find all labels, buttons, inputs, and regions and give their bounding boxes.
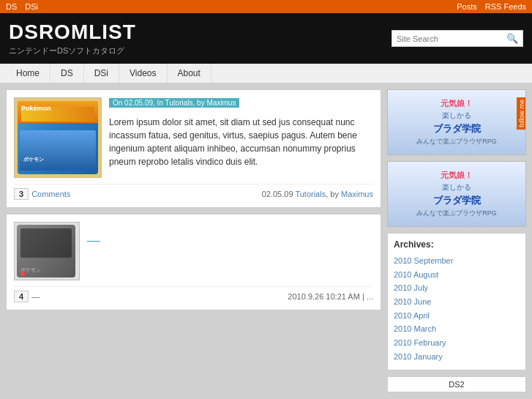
footer-date-1: 02.05.09 bbox=[262, 190, 293, 198]
archive-item-5[interactable]: 2010 March bbox=[394, 322, 520, 336]
post-footer-right-1: 02.05.09 Tutorials, by Maximus bbox=[262, 190, 373, 198]
archive-item-2[interactable]: 2010 July bbox=[394, 281, 520, 295]
archive-item-7[interactable]: 2010 January bbox=[394, 350, 520, 364]
sidebar-banner-2[interactable]: 元気娘！ 楽しかる ブラダ学院 みんなで楽ぶブラウザRPG bbox=[387, 161, 526, 227]
archive-item-3[interactable]: 2010 June bbox=[394, 295, 520, 309]
site-logo[interactable]: DSROMLIST bbox=[9, 20, 136, 44]
archive-item-4[interactable]: 2010 April bbox=[394, 309, 520, 323]
top-bar-left: DS DSi bbox=[6, 2, 38, 11]
banner-inner-1: 元気娘！ 楽しかる ブラダ学院 みんなで楽ぶブラウザRPG bbox=[388, 90, 525, 154]
post-footer-right-2: 2010.9.26 10:21 AM | ... bbox=[288, 292, 373, 301]
footer-dots-2: ... bbox=[367, 292, 373, 301]
post-footer-1: 3 Comments 02.05.09 Tutorials, by Maximu… bbox=[14, 184, 373, 200]
post-card-1: ポケモン On 02.05.09, In Tutorials, by Maxim… bbox=[6, 89, 381, 208]
banner2-line2: 楽しかる bbox=[442, 182, 471, 193]
post-content-1: On 02.05.09, In Tutorials, by Maximus Lo… bbox=[109, 97, 373, 178]
sidebar: 元気娘！ 楽しかる ブラダ学院 みんなで楽ぶブラウザRPG follow me … bbox=[387, 89, 526, 392]
search-icon[interactable]: 🔍 bbox=[506, 33, 518, 44]
ds2-label: DS2 bbox=[387, 376, 526, 392]
count-badge-2: 4 bbox=[14, 291, 29, 302]
posts-link[interactable]: Posts bbox=[457, 2, 477, 11]
header: DSROMLIST ニンテンドーDSソフトカタログ 🔍 bbox=[0, 13, 532, 64]
post-meta-tag-1: On 02.05.09, In Tutorials, by Maximus bbox=[109, 97, 373, 111]
nav-about[interactable]: About bbox=[168, 64, 211, 83]
follow-tab[interactable]: follow me bbox=[517, 97, 526, 130]
logo-subtitle: ニンテンドーDSソフトカタログ bbox=[9, 45, 136, 56]
footer-time-2: 10:21 AM bbox=[326, 292, 359, 301]
nav-home[interactable]: Home bbox=[6, 64, 50, 83]
footer-date-2: 2010.9.26 bbox=[288, 292, 323, 301]
footer-section-1[interactable]: Tutorials bbox=[295, 190, 326, 198]
banner2-line3: ブラダ学院 bbox=[433, 194, 481, 207]
nav-videos[interactable]: Videos bbox=[119, 64, 167, 83]
content-area: ポケモン On 02.05.09, In Tutorials, by Maxim… bbox=[6, 89, 381, 392]
main-layout: ポケモン On 02.05.09, In Tutorials, by Maxim… bbox=[0, 83, 532, 398]
post-text-1: Lorem ipsum dolor sit amet, sit diam ut … bbox=[109, 116, 373, 168]
post-image-2: ポケモン bbox=[14, 222, 80, 280]
logo-area: DSROMLIST ニンテンドーDSソフトカタログ bbox=[9, 20, 136, 56]
archive-item-1[interactable]: 2010 August bbox=[394, 268, 520, 282]
nav-dsi[interactable]: DSi bbox=[84, 64, 119, 83]
banner1-line2: 楽しかる bbox=[442, 111, 471, 121]
post-image-1: ポケモン bbox=[14, 97, 102, 178]
comment-count-2: 4 — bbox=[14, 291, 40, 302]
game-box-2: ポケモン bbox=[17, 225, 75, 277]
banner1-line4: みんなで楽ぶブラウザRPG bbox=[416, 137, 497, 146]
archives-section: Archives: 2010 September 2010 August 201… bbox=[387, 233, 526, 370]
footer-sep-2: | bbox=[362, 292, 364, 301]
banner1-line1: 元気娘！ bbox=[441, 98, 473, 109]
game-box-pokemon: ポケモン bbox=[18, 101, 98, 174]
top-bar: DS DSi Posts RSS Feeds bbox=[0, 0, 532, 13]
banner1-line3: ブラダ学院 bbox=[433, 122, 481, 135]
footer-author-1[interactable]: Maximus bbox=[341, 190, 373, 198]
archives-title: Archives: bbox=[394, 239, 520, 250]
post-content-2: — bbox=[87, 222, 373, 248]
archive-item-0[interactable]: 2010 September bbox=[394, 254, 520, 268]
count-badge-1: 3 bbox=[14, 188, 29, 200]
post-footer-2: 4 — 2010.9.26 10:21 AM | ... bbox=[14, 286, 373, 302]
sidebar-banner-1[interactable]: 元気娘！ 楽しかる ブラダ学院 みんなで楽ぶブラウザRPG follow me bbox=[387, 89, 526, 155]
banner2-line1: 元気娘！ bbox=[441, 170, 473, 181]
nav-bar: Home DS DSi Videos About bbox=[0, 64, 532, 83]
post-inner-1: ポケモン On 02.05.09, In Tutorials, by Maxim… bbox=[14, 97, 373, 178]
search-box[interactable]: 🔍 bbox=[391, 30, 523, 47]
rss-link[interactable]: RSS Feeds bbox=[485, 2, 526, 11]
nav-ds-link[interactable]: DS bbox=[6, 2, 17, 11]
nav-dsi-link[interactable]: DSi bbox=[25, 2, 38, 11]
top-bar-right: Posts RSS Feeds bbox=[451, 2, 526, 11]
post-inner-2: ポケモン — bbox=[14, 222, 373, 280]
post-card-2: ポケモン — 4 — 2010.9.26 10:21 AM | ... bbox=[6, 214, 381, 310]
post-placeholder-2: — bbox=[87, 233, 373, 248]
comments-link-1[interactable]: Comments bbox=[31, 190, 70, 198]
footer-by-1: by bbox=[330, 190, 339, 198]
search-input[interactable] bbox=[397, 34, 506, 43]
post-meta-span-1: On 02.05.09, In Tutorials, by Maximus bbox=[109, 98, 239, 108]
archive-item-6[interactable]: 2010 February bbox=[394, 336, 520, 350]
footer-dash-2: — bbox=[31, 292, 40, 301]
nav-ds[interactable]: DS bbox=[50, 64, 84, 83]
comment-count-1: 3 Comments bbox=[14, 188, 70, 200]
banner-inner-2: 元気娘！ 楽しかる ブラダ学院 みんなで楽ぶブラウザRPG bbox=[388, 162, 525, 226]
banner2-line4: みんなで楽ぶブラウザRPG bbox=[416, 209, 497, 218]
